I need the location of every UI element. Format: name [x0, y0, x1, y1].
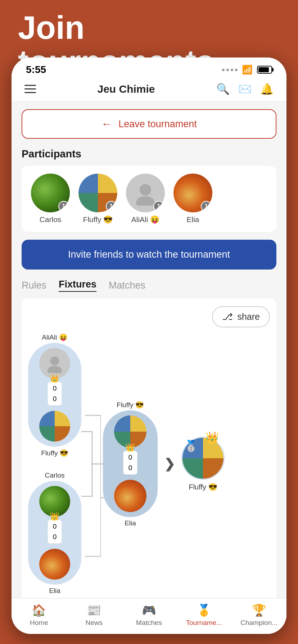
- participants-section: Participants 1 Carlos: [22, 148, 276, 232]
- champion-label: Champion...: [240, 619, 277, 627]
- share-icon: ⎇: [222, 311, 233, 322]
- crown1: 👑: [50, 374, 59, 383]
- invite-label: Invite friends to watch the tournament: [68, 249, 230, 260]
- svg-point-1: [136, 196, 155, 206]
- bell-icon[interactable]: 🔔: [260, 83, 274, 95]
- home-icon: 🏠: [32, 603, 46, 617]
- tab-rules[interactable]: Rules: [22, 280, 46, 291]
- badge-aliali: 1: [153, 201, 164, 212]
- mail-icon[interactable]: ✉️: [238, 83, 252, 95]
- tournament-label: Tourname...: [186, 619, 222, 627]
- name-carlos: Carlos: [40, 215, 62, 224]
- share-button[interactable]: ⎇ share: [212, 306, 270, 327]
- medal-icon: 🥈: [184, 440, 198, 452]
- news-icon: 📰: [87, 603, 101, 617]
- nav-champion[interactable]: 🏆 Champion...: [231, 603, 286, 627]
- participant-carlos: 1 Carlos: [31, 174, 70, 224]
- badge-carlos: 1: [58, 201, 69, 212]
- match2-bottom-avatar: [39, 549, 70, 580]
- bracket-area: AliAli 😝: [28, 333, 270, 598]
- svg-point-3: [48, 366, 62, 373]
- leave-tournament-button[interactable]: ← Leave tournament: [22, 109, 276, 139]
- champion-icon: 🏆: [252, 603, 266, 617]
- match2-label-bottom: Elia: [49, 587, 60, 595]
- nav-bar: Jeu Chimie 🔍 ✉️ 🔔: [12, 79, 286, 101]
- nav-tournament[interactable]: 🥇 Tourname...: [176, 603, 231, 627]
- match2-oval: 👑 00: [28, 481, 81, 585]
- share-label: share: [237, 312, 260, 322]
- avatar-fluffy: 1: [78, 174, 117, 212]
- nav-actions: 🔍 ✉️ 🔔: [216, 83, 274, 95]
- bottom-nav: 🏠 Home 📰 News 🎮 Matches 🥇 Tourname... 🏆 …: [12, 598, 286, 634]
- semi-label-bottom: Elia: [125, 519, 136, 527]
- matches-label: Matches: [136, 619, 162, 627]
- avatar-carlos: 1: [31, 174, 70, 212]
- tournament-icon: 🥇: [197, 603, 211, 617]
- matches-icon: 🎮: [142, 603, 156, 617]
- status-icons: 📶: [222, 65, 272, 75]
- crown-semi: 👑: [125, 443, 135, 452]
- nav-matches[interactable]: 🎮 Matches: [122, 603, 177, 627]
- battery-icon: [257, 66, 272, 74]
- status-time: 5:55: [26, 64, 46, 75]
- semifinal: Fluffy 😎: [103, 401, 158, 527]
- winner: 🥈 👑: [181, 437, 225, 491]
- semi-bottom-avatar: [114, 480, 146, 512]
- match1-label-bottom: Fluffy 😎: [41, 449, 68, 457]
- search-icon[interactable]: 🔍: [216, 83, 230, 95]
- invite-friends-button[interactable]: Invite friends to watch the tournament: [22, 240, 276, 270]
- match1-oval: 👑 00: [28, 343, 81, 447]
- badge-elia: 1: [201, 201, 212, 212]
- name-fluffy: Fluffy 😎: [83, 215, 113, 224]
- round1: AliAli 😝: [28, 333, 81, 595]
- match2-label-top: Carlos: [45, 472, 65, 479]
- winner-container: 🥈 👑: [181, 437, 225, 480]
- connector-lines: [81, 399, 103, 529]
- nav-news[interactable]: 📰 News: [67, 603, 122, 627]
- signal-dots: [222, 69, 238, 71]
- match2: Carlos 👑 00: [28, 472, 81, 595]
- semi-label-top: Fluffy 😎: [117, 401, 144, 409]
- back-arrow-icon: ←: [101, 118, 112, 130]
- silhouette-icon: [133, 180, 158, 206]
- tab-bar: Rules Fixtures Matches: [22, 279, 276, 292]
- name-aliali: AliAli 😝: [131, 215, 160, 224]
- nav-home[interactable]: 🏠 Home: [12, 603, 67, 627]
- home-label: Home: [30, 619, 48, 627]
- participant-fluffy: 1 Fluffy 😎: [78, 174, 117, 224]
- next-arrow: ❯: [158, 456, 181, 472]
- semi-score: 👑 00: [123, 451, 138, 475]
- avatar-elia: 1: [173, 174, 212, 212]
- badge-fluffy: 1: [106, 201, 117, 212]
- semi-oval: 👑 00: [103, 410, 158, 517]
- wifi-icon: 📶: [242, 65, 253, 75]
- status-bar: 5:55 📶: [12, 58, 286, 79]
- lines-svg: [81, 399, 103, 529]
- participants-card: 1 Carlos 1 Fluffy 😎: [22, 166, 276, 232]
- menu-icon[interactable]: [24, 85, 36, 93]
- match1-bottom-avatar: [39, 411, 70, 442]
- news-label: News: [85, 619, 103, 627]
- match1: AliAli 😝: [28, 333, 81, 457]
- crown2: 👑: [50, 512, 59, 521]
- tab-matches[interactable]: Matches: [109, 280, 145, 291]
- app-title: Jeu Chimie: [36, 83, 216, 95]
- participant-aliali: 1 AliAli 😝: [126, 174, 165, 224]
- fixtures-card: ⎇ share: [22, 298, 276, 598]
- svg-point-0: [140, 184, 151, 196]
- name-elia: Elia: [186, 215, 199, 224]
- leave-tournament-label: Leave tournament: [118, 119, 197, 130]
- winner-name: Fluffy 😎: [189, 483, 217, 491]
- match1-label-top: AliAli 😝: [42, 333, 68, 341]
- participant-elia: 1 Elia: [173, 174, 212, 224]
- participants-title: Participants: [22, 148, 276, 160]
- content-area: ← Leave tournament Participants 1 Carlos: [12, 101, 286, 598]
- tab-fixtures[interactable]: Fixtures: [59, 279, 96, 292]
- avatar-aliali: 1: [126, 174, 165, 212]
- crown-winner: 👑: [206, 431, 219, 443]
- match2-score: 👑 00: [48, 520, 62, 544]
- match1-score: 👑 00: [48, 382, 62, 406]
- phone-frame: 5:55 📶 Jeu Chimie 🔍 ✉️ 🔔: [12, 58, 286, 634]
- svg-point-2: [50, 356, 59, 365]
